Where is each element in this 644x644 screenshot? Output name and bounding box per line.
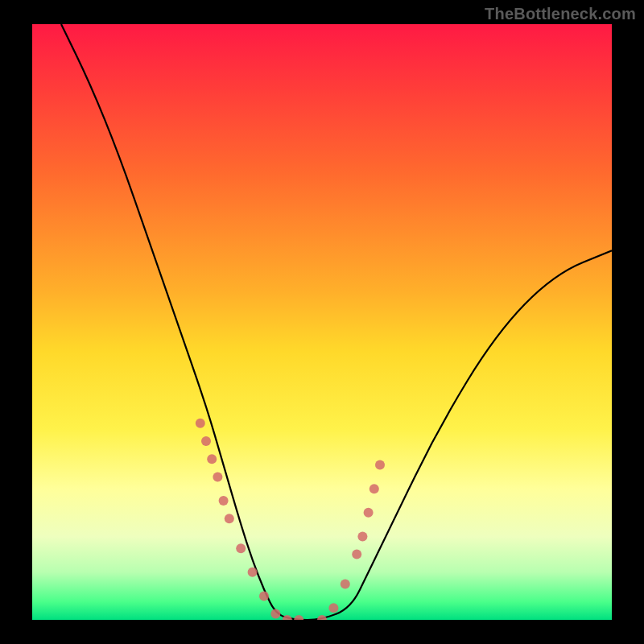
highlight-dot	[219, 496, 229, 506]
highlight-dot	[213, 472, 222, 481]
highlight-dot	[201, 436, 211, 446]
highlight-dot	[196, 419, 205, 428]
highlight-dot	[248, 568, 258, 577]
highlight-dot	[270, 609, 280, 619]
highlight-dot	[283, 615, 292, 620]
highlight-dot	[357, 531, 367, 541]
bottleneck-curve	[61, 24, 612, 620]
highlight-dot	[375, 460, 385, 470]
highlight-dot	[352, 550, 361, 559]
chart-frame: TheBottleneck.com	[0, 0, 644, 644]
highlight-dots	[196, 419, 385, 620]
highlight-dot	[294, 615, 303, 620]
highlight-dot	[317, 615, 327, 620]
curve-svg	[32, 24, 612, 620]
highlight-dot	[225, 514, 234, 523]
plot-area	[32, 24, 612, 620]
highlight-dot	[236, 543, 246, 553]
highlight-dot	[207, 454, 217, 464]
highlight-dot	[369, 484, 379, 493]
highlight-dot	[259, 591, 269, 601]
highlight-dot	[328, 603, 338, 613]
watermark-text: TheBottleneck.com	[485, 5, 636, 23]
highlight-dot	[341, 580, 350, 589]
highlight-dot	[364, 508, 374, 518]
